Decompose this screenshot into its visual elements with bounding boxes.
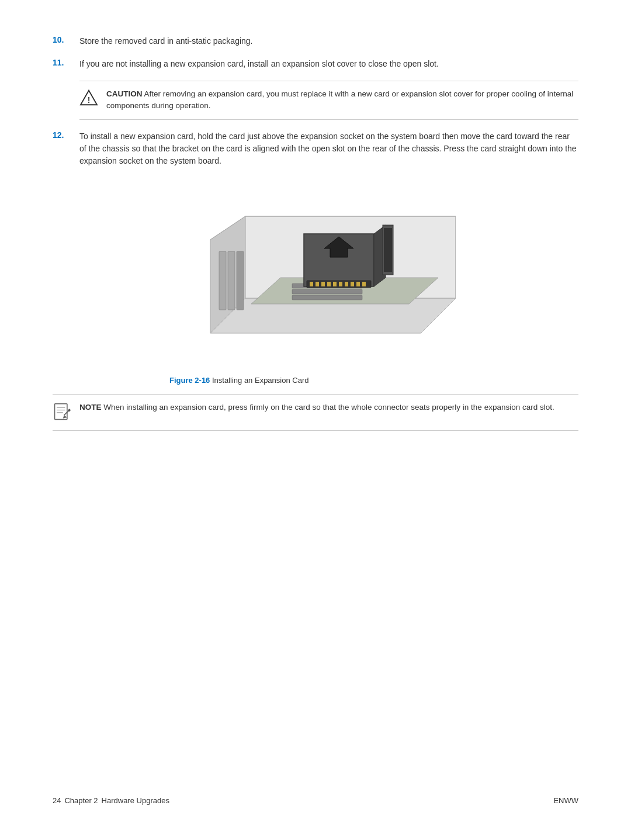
svg-marker-36 — [63, 415, 67, 418]
svg-text:!: ! — [88, 95, 91, 105]
step-12-text: To install a new expansion card, hold th… — [79, 130, 578, 167]
step-11-text: If you are not installing a new expansio… — [79, 58, 439, 70]
step-11: 11. If you are not installing a new expa… — [53, 58, 578, 70]
step-10-number: 10. — [53, 35, 76, 44]
svg-rect-15 — [327, 282, 331, 286]
svg-rect-20 — [356, 282, 360, 286]
expansion-card-illustration — [175, 181, 456, 368]
caution-box: ! CAUTION After removing an expansion ca… — [79, 81, 578, 120]
svg-rect-19 — [351, 282, 354, 286]
svg-rect-21 — [362, 282, 366, 286]
note-label: NOTE — [79, 403, 102, 412]
footer-page-number: 24 — [53, 796, 61, 805]
svg-rect-7 — [292, 289, 362, 294]
svg-rect-25 — [219, 251, 226, 310]
note-content: NOTE When installing an expansion card, … — [79, 402, 554, 413]
svg-rect-24 — [384, 228, 392, 272]
caution-content: CAUTION After removing an expansion card… — [106, 88, 578, 112]
figure-caption-text: Installing an Expansion Card — [210, 376, 308, 385]
step-11-number: 11. — [53, 58, 76, 67]
caution-body: After removing an expansion card, you mu… — [106, 89, 573, 110]
figure-container: Figure 2-16 Installing an Expansion Card — [169, 181, 462, 385]
footer-chapter: Chapter 2 — [64, 796, 98, 805]
svg-rect-12 — [310, 282, 313, 286]
footer-chapter-title: Hardware Upgrades — [102, 796, 169, 805]
step-10: 10. Store the removed card in anti-stati… — [53, 35, 578, 47]
footer-right: ENWW — [553, 796, 578, 805]
svg-rect-16 — [333, 282, 337, 286]
note-pencil-icon — [53, 403, 71, 423]
step-12-number: 12. — [53, 130, 76, 140]
note-box: NOTE When installing an expansion card, … — [53, 394, 578, 431]
svg-rect-26 — [228, 251, 235, 310]
step-10-text: Store the removed card in anti-static pa… — [79, 35, 253, 47]
figure-caption: Figure 2-16 Installing an Expansion Card — [169, 376, 462, 385]
svg-rect-17 — [339, 282, 342, 286]
caution-label: CAUTION — [106, 89, 143, 98]
footer-enww: ENWW — [553, 796, 578, 805]
step-12: 12. To install a new expansion card, hol… — [53, 130, 578, 167]
caution-triangle-icon: ! — [79, 89, 98, 108]
figure-caption-number: Figure 2-16 — [169, 376, 210, 385]
note-body: When installing an expansion card, press… — [103, 403, 554, 412]
svg-rect-18 — [345, 282, 348, 286]
footer-left: 24 Chapter 2 Hardware Upgrades — [53, 796, 169, 805]
svg-rect-27 — [237, 251, 244, 310]
svg-rect-14 — [321, 282, 325, 286]
page-footer: 24 Chapter 2 Hardware Upgrades ENWW — [53, 784, 578, 805]
svg-rect-13 — [316, 282, 319, 286]
svg-rect-8 — [292, 295, 362, 300]
